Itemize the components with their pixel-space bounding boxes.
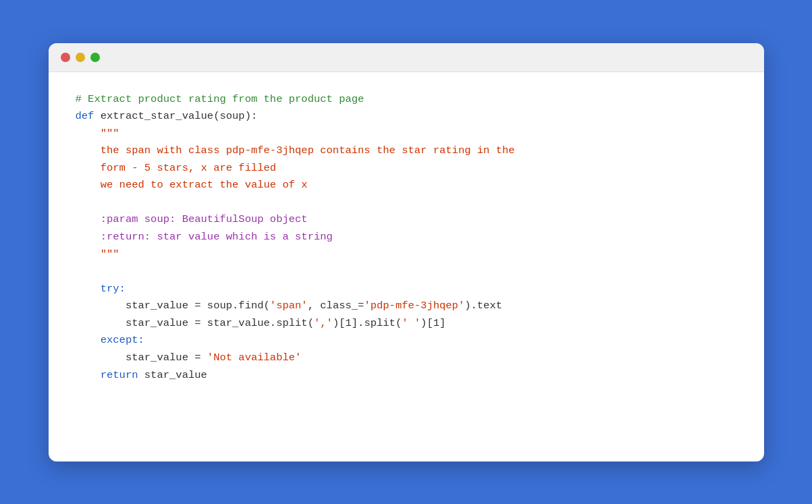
- code-find-line: star_value = soup.find('span', class_='p…: [76, 300, 503, 312]
- code-return-keyword: return: [76, 369, 138, 381]
- maximize-button[interactable]: [90, 53, 100, 62]
- code-docstring-open: """: [76, 128, 119, 140]
- code-except-keyword: except:: [76, 334, 144, 346]
- titlebar: [49, 43, 764, 72]
- code-window: # Extract product rating from the produc…: [49, 43, 764, 461]
- code-def-keyword: def: [76, 110, 94, 122]
- minimize-button[interactable]: [76, 53, 85, 62]
- code-notavail-line: star_value = 'Not available': [76, 352, 302, 364]
- close-button[interactable]: [61, 53, 70, 62]
- code-block: # Extract product rating from the produc…: [49, 72, 764, 409]
- code-docstring-close: """: [76, 248, 119, 260]
- code-try-keyword: try:: [76, 283, 126, 295]
- code-doc-line2: form - 5 stars, x are filled: [76, 162, 277, 174]
- code-doc-line1: the span with class pdp-mfe-3jhqep conta…: [76, 144, 515, 157]
- code-doc-param: :param soup: BeautifulSoup object: [76, 213, 308, 225]
- code-split-line: star_value = star_value.split(',')[1].sp…: [76, 317, 446, 329]
- code-doc-return: :return: star value which is a string: [76, 231, 333, 243]
- code-return-var: star_value: [138, 369, 207, 381]
- code-func-name: extract_star_value: [101, 110, 213, 122]
- code-doc-line3: we need to extract the value of x: [76, 179, 308, 191]
- code-comment: # Extract product rating from the produc…: [76, 93, 364, 105]
